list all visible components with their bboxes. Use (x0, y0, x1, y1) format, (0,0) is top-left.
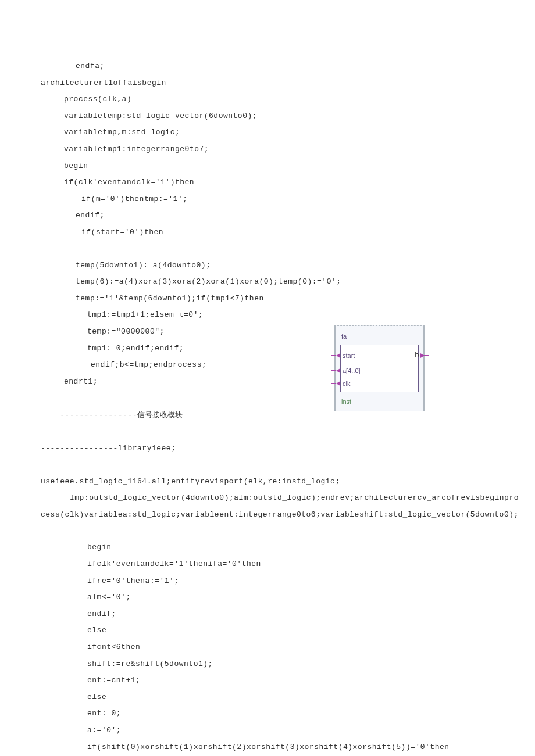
code-line: ifcnt<6then (41, 639, 494, 656)
code-line: alm<='0'; (41, 589, 494, 606)
code-line: variabletmp1:integerrange0to7; (41, 141, 494, 158)
arrow-left-icon (336, 353, 340, 358)
code-line: ----------------libraryieee; (41, 440, 494, 457)
diagram-title: fa (341, 329, 421, 343)
code-line: temp(5downto1):=a(4downto0); (41, 257, 494, 274)
blank-line (41, 241, 494, 257)
code-line: endrt1; (41, 374, 494, 390)
code-line: endif; (41, 606, 494, 623)
port-label: b (415, 347, 419, 364)
code-line: if(clk'eventandclk='1')then (41, 174, 494, 191)
code-line: endif; (41, 207, 494, 224)
code-line: else (41, 622, 494, 639)
code-line: temp(6):=a(4)xora(3)xora(2)xora(1)xora(0… (41, 274, 494, 291)
code-line: endif;b<=tmp;endprocess; (41, 357, 494, 374)
arrow-left-icon (336, 368, 340, 373)
code-line: ent:=0; (41, 705, 494, 722)
dashes: ---------------- (60, 411, 137, 420)
code-line: shift:=re&shift(5downto1); (41, 656, 494, 673)
code-line: begin (41, 158, 494, 175)
port-label: clk (343, 377, 350, 390)
code-line: variabletemp:std_logic_vector(6downto0); (41, 108, 494, 125)
code-line: tmp1:=0;endif;endif; (41, 341, 494, 357)
code-line: ifclk'eventandclk='1'thenifa='0'then (41, 556, 494, 573)
code-line: variabletmp,m:std_logic; (41, 124, 494, 141)
port-label: start (343, 349, 355, 363)
code-line: ent:=cnt+1; (41, 672, 494, 689)
port-a: a[4..0] (344, 364, 415, 377)
code-line: if(shift(0)xorshift(1)xorshift(2)xorshif… (41, 739, 494, 756)
code-line: else (41, 689, 494, 706)
code-line: process(clk,a) (41, 91, 494, 108)
code-line: useieee.std_logic_1164.all;entityrevispo… (41, 474, 494, 490)
code-line: if(start='0')then (41, 224, 494, 241)
blank-line (41, 457, 494, 474)
code-line: architecturert1offaisbegin (41, 75, 494, 92)
port-start: start (344, 349, 355, 362)
blank-line (41, 523, 494, 539)
document-page: endfa; architecturert1offaisbegin proces… (0, 0, 535, 756)
arrow-left-icon (336, 381, 340, 386)
code-line: Imp:outstd_logic_vector(4downto0);alm:ou… (41, 490, 494, 507)
port-label: a[4..0] (343, 364, 361, 378)
code-line: if(m='0')thentmp:='1'; (41, 191, 494, 208)
code-line: endfa; (41, 58, 494, 75)
code-line: temp:="0000000"; (41, 324, 494, 341)
diagram-instance-label: inst (341, 395, 421, 409)
diagram-body: start b a[4..0] clk (340, 345, 419, 392)
chinese-label-signal-receive-module: 信号接收模块 (137, 410, 183, 419)
diagram-row: start b (344, 347, 415, 364)
code-line: cess(clk)variablea:std_logic;variableent… (41, 507, 494, 524)
code-line: begin (41, 539, 494, 556)
block-diagram-fa: fa start b a[4..0] (334, 325, 425, 411)
diagram-outer: fa start b a[4..0] (334, 325, 425, 411)
section-divider: ----------------信号接收模块 (41, 390, 494, 440)
code-line: ifre='0'thena:='1'; (41, 573, 494, 590)
arrow-right-icon (420, 353, 425, 358)
code-line: temp:='1'&temp(6downto1);if(tmp1<7)then (41, 291, 494, 307)
code-line: tmp1:=tmp1+1;elsem ι=0'; (41, 307, 494, 324)
code-line: a:='0'; (41, 722, 494, 739)
port-clk: clk (344, 377, 415, 390)
